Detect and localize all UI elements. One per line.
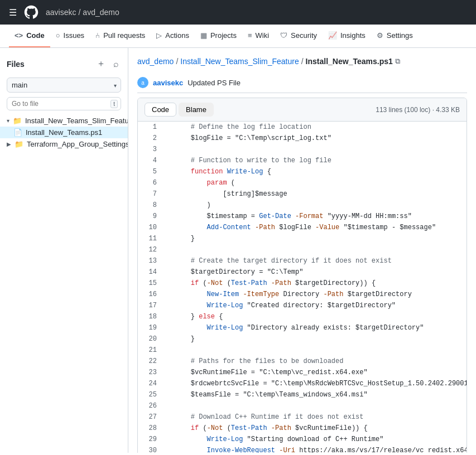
nav-item-security[interactable]: 🛡 Security	[275, 25, 323, 47]
line-number: 8	[138, 200, 166, 211]
file-install-teams[interactable]: 📄 Install_New_Teams.ps1	[0, 127, 128, 138]
line-number: 26	[138, 400, 166, 412]
main-content: avd_demo / Install_New_Teams_Slim_Featur…	[128, 48, 476, 453]
nav-item-insights[interactable]: 📈 Insights	[323, 25, 371, 47]
hamburger-icon[interactable]: ☰	[9, 7, 17, 18]
code-line: 26	[138, 400, 467, 412]
nav-item-code[interactable]: <> Code	[9, 25, 50, 47]
code-line: 30 Invoke-WebRequest -Uri https://aka.ms…	[138, 445, 467, 453]
line-code: [string]$message	[166, 188, 467, 200]
nav-label-actions: Actions	[165, 31, 189, 40]
breadcrumb-current-file: Install_New_Teams.ps1	[306, 57, 393, 66]
breadcrumb: avd_demo / Install_New_Teams_Slim_Featur…	[137, 57, 467, 66]
folder-terraform[interactable]: ▶ 📁 Terraform_App_Group_Settings	[0, 138, 128, 150]
line-number: 14	[138, 267, 166, 278]
nav-label-wiki: Wiki	[255, 31, 269, 40]
code-tabs-bar: Code Blame 113 lines (100 loc) · 4.33 KB	[138, 98, 467, 122]
line-code: Invoke-WebRequest -Uri https://aka.ms/vs…	[166, 445, 467, 453]
line-code: }	[166, 333, 467, 345]
line-code	[166, 345, 467, 356]
line-code: $timestamp = Get-Date -Format "yyyy-MM-d…	[166, 211, 467, 222]
line-number: 24	[138, 378, 166, 389]
nav-item-projects[interactable]: ▦ Projects	[195, 25, 242, 47]
github-logo	[23, 4, 39, 20]
go-to-file-input[interactable]	[7, 97, 121, 110]
breadcrumb-folder[interactable]: Install_New_Teams_Slim_Feature	[180, 57, 299, 66]
add-file-button[interactable]: ＋	[94, 57, 108, 71]
line-code: Add-Content -Path $logFile -Value "$time…	[166, 222, 467, 233]
search-file-container: t	[7, 97, 121, 110]
nav-item-pull-requests[interactable]: ⑃ Pull requests	[90, 25, 151, 47]
code-line: 29 Write-Log "Starting download of C++ R…	[138, 434, 467, 445]
line-number: 9	[138, 211, 166, 222]
line-number: 19	[138, 322, 166, 333]
line-code: Write-Log "Starting download of C++ Runt…	[166, 434, 467, 445]
branch-select[interactable]: main	[7, 78, 121, 93]
line-code: # Paths for the files to be downloaded	[166, 356, 467, 367]
commit-user[interactable]: aavisekc	[153, 79, 183, 87]
topbar-repo-link[interactable]: avd_demo	[83, 8, 119, 17]
main-layout: Files ＋ ⌕ main ▾ t ▾ 📁 Install_New_Teams…	[0, 48, 476, 453]
line-number: 13	[138, 255, 166, 267]
line-number: 1	[138, 122, 166, 133]
code-line: 7 [string]$message	[138, 188, 467, 200]
line-code: if (-Not (Test-Path -Path $targetDirecto…	[166, 278, 467, 289]
breadcrumb-repo[interactable]: avd_demo	[137, 57, 174, 66]
line-number: 23	[138, 367, 166, 378]
folder-icon: 📁	[13, 117, 22, 125]
line-number: 11	[138, 233, 166, 244]
line-number: 28	[138, 423, 166, 434]
line-number: 4	[138, 155, 166, 166]
branch-selector[interactable]: main ▾	[7, 78, 121, 93]
code-line: 11 }	[138, 233, 467, 244]
line-number: 18	[138, 311, 166, 322]
code-line: 25 $teamsFile = "C:\temp\Teams_windows_x…	[138, 389, 467, 400]
topbar-user-link[interactable]: aavisekc	[46, 8, 76, 17]
insights-icon: 📈	[328, 31, 337, 40]
nav-item-issues[interactable]: ○ Issues	[50, 25, 90, 47]
sidebar-header: Files ＋ ⌕	[0, 55, 128, 75]
line-number: 5	[138, 166, 166, 177]
line-number: 25	[138, 389, 166, 400]
code-line: 28 if (-Not (Test-Path -Path $vcRuntimeF…	[138, 423, 467, 434]
topbar: ☰ aavisekc / avd_demo	[0, 0, 476, 25]
code-line: 6 param (	[138, 177, 467, 188]
file-install-teams-label: Install_New_Teams.ps1	[26, 128, 102, 137]
projects-icon: ▦	[200, 31, 207, 40]
code-line: 23 $vcRuntimeFile = "C:\temp\vc_redist.x…	[138, 367, 467, 378]
nav-item-settings[interactable]: ⚙ Settings	[371, 25, 419, 47]
topbar-sep: /	[78, 8, 80, 17]
nav-label-pull-requests: Pull requests	[103, 31, 145, 40]
tab-code[interactable]: Code	[145, 103, 176, 117]
code-line: 24 $rdcwebrtcSvcFile = "C:\temp\MsRdcWeb…	[138, 378, 467, 389]
folder-install-slim-label: Install_New_Teams_Slim_Feature	[25, 117, 128, 125]
security-icon: 🛡	[280, 31, 287, 40]
copy-path-icon[interactable]: ⧉	[395, 57, 400, 66]
repo-path: aavisekc / avd_demo	[46, 8, 119, 17]
line-code: $vcRuntimeFile = "C:\temp\vc_redist.x64.…	[166, 367, 467, 378]
repo-nav: <> Code ○ Issues ⑃ Pull requests ▷ Actio…	[0, 25, 476, 48]
code-line: 1 # Define the log file location	[138, 122, 467, 133]
line-number: 29	[138, 434, 166, 445]
line-number: 7	[138, 188, 166, 200]
code-line: 13 # Create the target directory if it d…	[138, 255, 467, 267]
nav-label-code: Code	[26, 31, 45, 40]
code-line: 12	[138, 244, 467, 255]
line-code	[166, 144, 467, 155]
line-code: Write-Log "Directory already exists: $ta…	[166, 322, 467, 333]
code-line: 8 )	[138, 200, 467, 211]
search-files-button[interactable]: ⌕	[111, 57, 121, 71]
pr-icon: ⑃	[95, 31, 100, 40]
folder-install-slim[interactable]: ▾ 📁 Install_New_Teams_Slim_Feature	[0, 115, 128, 127]
nav-label-projects: Projects	[210, 31, 237, 40]
code-line: 2 $logFile = "C:\Temp\script_log.txt"	[138, 133, 467, 144]
nav-label-insights: Insights	[340, 31, 366, 40]
nav-item-actions[interactable]: ▷ Actions	[151, 25, 195, 47]
tab-blame[interactable]: Blame	[179, 103, 214, 117]
code-line: 22 # Paths for the files to be downloade…	[138, 356, 467, 367]
nav-label-issues: Issues	[64, 31, 85, 40]
code-line: 17 Write-Log "Created directory: $target…	[138, 300, 467, 311]
file-icon: 📄	[13, 128, 22, 137]
line-code: if (-Not (Test-Path -Path $vcRuntimeFile…	[166, 423, 467, 434]
nav-item-wiki[interactable]: ≡ Wiki	[242, 25, 275, 47]
